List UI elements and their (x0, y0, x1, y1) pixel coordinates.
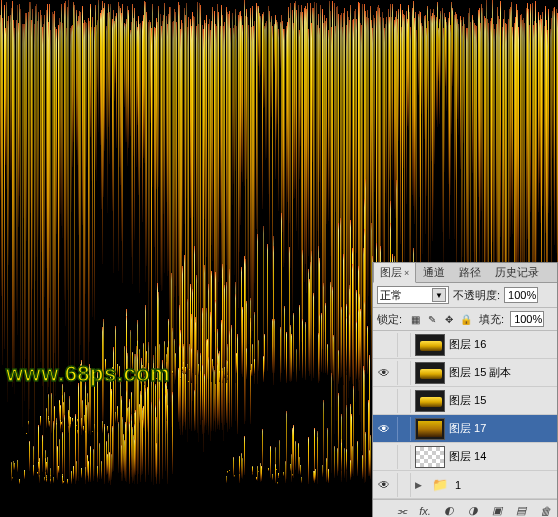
layer-thumb[interactable] (415, 362, 445, 384)
tab-history[interactable]: 历史记录 (488, 262, 546, 283)
blend-opacity-row: 正常 ▼ 不透明度: 100% (373, 283, 557, 308)
new-layer-icon[interactable]: ▤ (513, 503, 529, 518)
link-col[interactable] (397, 361, 411, 385)
fill-label: 填充: (479, 312, 504, 327)
fill-value[interactable]: 100% (510, 311, 544, 327)
group-name[interactable]: 1 (455, 479, 555, 491)
link-col[interactable] (397, 389, 411, 413)
lock-transparency-icon[interactable]: ▦ (408, 312, 422, 326)
visibility-toggle[interactable] (375, 336, 393, 354)
layer-thumb[interactable] (415, 418, 445, 440)
folder-icon: 📁 (429, 476, 451, 494)
fx-icon[interactable]: fx. (417, 503, 433, 518)
visibility-toggle[interactable]: 👁 (375, 476, 393, 494)
layer-thumb[interactable] (415, 390, 445, 412)
layers-panel: 图层× 通道 路径 历史记录 正常 ▼ 不透明度: 100% 锁定: ▦ ✎ ✥… (372, 262, 558, 517)
tab-paths[interactable]: 路径 (452, 262, 488, 283)
blend-mode-select[interactable]: 正常 ▼ (377, 286, 449, 304)
layer-row[interactable]: 图层 16 (373, 331, 557, 359)
lock-position-icon[interactable]: ✥ (442, 312, 456, 326)
lock-label: 锁定: (377, 312, 402, 327)
trash-icon[interactable]: 🗑 (537, 503, 553, 518)
layer-name[interactable]: 图层 15 (449, 393, 555, 408)
blend-mode-value: 正常 (380, 288, 402, 303)
adjustment-icon[interactable]: ◑ (465, 503, 481, 518)
watermark-text: www.68ps.com (6, 361, 170, 387)
link-col[interactable] (397, 445, 411, 469)
layer-row-selected[interactable]: 👁 图层 17 (373, 415, 557, 443)
layer-thumb[interactable] (415, 334, 445, 356)
tab-channels[interactable]: 通道 (416, 262, 452, 283)
panel-tabs: 图层× 通道 路径 历史记录 (373, 263, 557, 283)
mask-icon[interactable]: ◐ (441, 503, 457, 518)
opacity-label: 不透明度: (453, 288, 500, 303)
panel-statusbar: ⫘ fx. ◐ ◑ ▣ ▤ 🗑 (373, 499, 557, 517)
link-layers-icon[interactable]: ⫘ (393, 503, 409, 518)
visibility-toggle[interactable]: 👁 (375, 364, 393, 382)
lock-fill-row: 锁定: ▦ ✎ ✥ 🔒 填充: 100% (373, 308, 557, 331)
tab-layers-label: 图层 (380, 266, 402, 278)
layer-name[interactable]: 图层 14 (449, 449, 555, 464)
layer-row[interactable]: 图层 14 (373, 443, 557, 471)
tab-close-icon[interactable]: × (404, 268, 409, 278)
layer-name[interactable]: 图层 15 副本 (449, 365, 555, 380)
chevron-down-icon: ▼ (432, 288, 446, 302)
lock-paint-icon[interactable]: ✎ (425, 312, 439, 326)
lock-icons: ▦ ✎ ✥ 🔒 (408, 312, 473, 326)
link-col[interactable] (397, 473, 411, 497)
layer-group-row[interactable]: 👁 ▶ 📁 1 (373, 471, 557, 499)
visibility-toggle[interactable] (375, 392, 393, 410)
layer-row[interactable]: 图层 15 (373, 387, 557, 415)
visibility-toggle[interactable] (375, 448, 393, 466)
opacity-value[interactable]: 100% (504, 287, 538, 303)
lock-all-icon[interactable]: 🔒 (459, 312, 473, 326)
layer-thumb[interactable] (415, 446, 445, 468)
link-col[interactable] (397, 417, 411, 441)
tab-layers[interactable]: 图层× (373, 262, 416, 283)
link-col[interactable] (397, 333, 411, 357)
group-expand-icon[interactable]: ▶ (415, 480, 425, 490)
layer-name[interactable]: 图层 17 (449, 421, 555, 436)
layer-row[interactable]: 👁 图层 15 副本 (373, 359, 557, 387)
layer-name[interactable]: 图层 16 (449, 337, 555, 352)
visibility-toggle[interactable]: 👁 (375, 420, 393, 438)
layer-list: 图层 16 👁 图层 15 副本 图层 15 👁 图层 17 图层 14 (373, 331, 557, 499)
new-group-icon[interactable]: ▣ (489, 503, 505, 518)
